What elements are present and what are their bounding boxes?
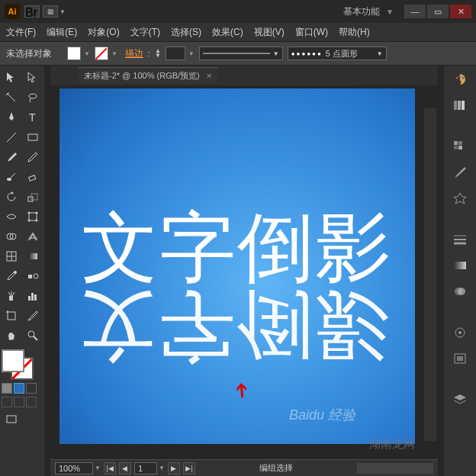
- svg-point-1: [29, 94, 37, 98]
- symbol-sprayer-tool[interactable]: [2, 287, 21, 305]
- eraser-tool[interactable]: [23, 168, 43, 186]
- normal-color-mode[interactable]: [2, 383, 12, 394]
- zoom-input[interactable]: 100%: [55, 462, 93, 474]
- text-object-reflection[interactable]: 文字倒影: [60, 288, 415, 365]
- paintbrush-tool[interactable]: [2, 148, 21, 166]
- color-panel-icon[interactable]: [449, 70, 471, 88]
- menu-file[interactable]: 文件(F): [6, 26, 36, 39]
- canvas-area[interactable]: 文字倒影 文字倒影 ➔ Baidu 经验 湖南龙网: [50, 85, 438, 459]
- mesh-tool[interactable]: [2, 247, 21, 265]
- chevron-down-icon[interactable]: ▼: [159, 465, 165, 471]
- perspective-grid-tool[interactable]: [23, 227, 43, 246]
- layers-panel-icon[interactable]: [449, 391, 471, 409]
- panel-handle[interactable]: [44, 66, 50, 476]
- fill-swatch[interactable]: [67, 47, 81, 60]
- chevron-down-icon[interactable]: ▼: [188, 50, 195, 57]
- panel-handle-right[interactable]: [438, 66, 444, 476]
- blob-brush-tool[interactable]: [2, 168, 21, 186]
- chevron-down-icon: ▼: [386, 8, 394, 16]
- brush-definition-dropdown[interactable]: ▼: [199, 47, 283, 60]
- chevron-down-icon[interactable]: ▼: [95, 465, 101, 471]
- graphic-styles-panel-icon[interactable]: [449, 349, 471, 368]
- menu-type[interactable]: 文字(T): [130, 26, 160, 39]
- zoom-tool[interactable]: [23, 326, 43, 345]
- free-transform-tool[interactable]: [23, 207, 43, 226]
- menu-view[interactable]: 视图(V): [254, 26, 285, 39]
- text-object-main[interactable]: 文字倒影: [60, 209, 415, 285]
- draw-normal[interactable]: [2, 397, 12, 407]
- stroke-label[interactable]: 描边: [125, 47, 143, 60]
- symbols-panel-icon[interactable]: [449, 189, 471, 207]
- chevron-down-icon[interactable]: ▼: [111, 50, 117, 57]
- menu-bar: 文件(F) 编辑(E) 对象(O) 文字(T) 选择(S) 效果(C) 视图(V…: [0, 23, 476, 41]
- line-tool[interactable]: [2, 128, 21, 146]
- draw-behind[interactable]: [14, 397, 24, 407]
- gradient-tool[interactable]: [23, 247, 43, 265]
- artboard-tool[interactable]: [2, 307, 21, 325]
- column-graph-tool[interactable]: [23, 287, 43, 305]
- menu-select[interactable]: 选择(S): [171, 26, 201, 39]
- stroke-swatch[interactable]: [95, 47, 108, 60]
- maximize-button[interactable]: ▭: [427, 5, 449, 18]
- minimize-button[interactable]: —: [404, 5, 426, 18]
- fill-stroke-picker[interactable]: [2, 349, 37, 380]
- horizontal-scrollbar[interactable]: [357, 463, 433, 474]
- arrange-docs-button[interactable]: ▦: [43, 5, 58, 18]
- magic-wand-tool[interactable]: [2, 88, 21, 107]
- transparency-panel-icon[interactable]: [449, 282, 471, 301]
- menu-object[interactable]: 对象(O): [88, 26, 119, 39]
- pen-tool[interactable]: [2, 108, 21, 127]
- gradient-color-mode[interactable]: [14, 383, 24, 394]
- hand-tool[interactable]: [2, 326, 21, 345]
- svg-rect-26: [34, 294, 37, 301]
- chevron-down-icon[interactable]: ▼: [84, 50, 90, 57]
- color-guide-panel-icon[interactable]: [449, 96, 471, 114]
- menu-effect[interactable]: 效果(C): [212, 26, 243, 39]
- menu-edit[interactable]: 编辑(E): [47, 26, 77, 39]
- menu-help[interactable]: 帮助(H): [339, 26, 370, 39]
- close-icon[interactable]: ✕: [206, 72, 212, 80]
- rectangle-tool[interactable]: [23, 128, 43, 146]
- svg-point-20: [14, 271, 17, 274]
- page-value: 1: [138, 464, 143, 473]
- none-color-mode[interactable]: [26, 383, 37, 394]
- slice-tool[interactable]: [23, 307, 43, 325]
- type-tool[interactable]: T: [23, 108, 43, 127]
- variable-width-profile-dropdown[interactable]: 5 点圆形▼: [288, 47, 387, 60]
- first-artboard-button[interactable]: |◀: [104, 462, 116, 474]
- fill-color[interactable]: [2, 349, 24, 372]
- stroke-weight-input[interactable]: [166, 47, 185, 60]
- width-tool[interactable]: [2, 207, 21, 226]
- pencil-tool[interactable]: [23, 148, 43, 166]
- direct-selection-tool[interactable]: [23, 69, 43, 87]
- eyedropper-tool[interactable]: [2, 267, 21, 285]
- blend-tool[interactable]: [23, 267, 43, 285]
- last-artboard-button[interactable]: ▶|: [183, 462, 195, 474]
- menu-window[interactable]: 窗口(W): [295, 26, 328, 39]
- prev-artboard-button[interactable]: ◀: [119, 462, 131, 474]
- svg-point-5: [7, 178, 11, 181]
- swatches-panel-icon[interactable]: [449, 137, 471, 156]
- svg-rect-27: [8, 312, 15, 320]
- gradient-panel-icon[interactable]: [449, 256, 471, 275]
- close-button[interactable]: ✕: [450, 5, 471, 18]
- draw-inside[interactable]: [26, 397, 37, 407]
- vertical-scrollbar[interactable]: [424, 108, 436, 441]
- svg-rect-19: [28, 253, 37, 259]
- shape-builder-tool[interactable]: [2, 227, 21, 246]
- selection-tool[interactable]: [2, 69, 21, 87]
- appearance-panel-icon[interactable]: [449, 323, 471, 342]
- artboard[interactable]: 文字倒影 文字倒影 ➔ Baidu 经验: [60, 88, 415, 444]
- stroke-panel-icon[interactable]: [449, 230, 471, 249]
- scale-tool[interactable]: [23, 188, 43, 206]
- document-tab[interactable]: 未标题-2* @ 100% (RGB/预览) ✕: [78, 67, 218, 84]
- workspace-switcher[interactable]: 基本功能: [343, 5, 380, 18]
- brushes-panel-icon[interactable]: [449, 163, 471, 182]
- screen-mode-button[interactable]: [2, 410, 21, 429]
- svg-rect-32: [7, 416, 16, 423]
- rotate-tool[interactable]: [2, 188, 21, 206]
- bridge-button[interactable]: Br: [24, 5, 40, 18]
- artboard-input[interactable]: 1: [134, 462, 157, 474]
- lasso-tool[interactable]: [23, 88, 43, 107]
- next-artboard-button[interactable]: ▶: [168, 462, 180, 474]
